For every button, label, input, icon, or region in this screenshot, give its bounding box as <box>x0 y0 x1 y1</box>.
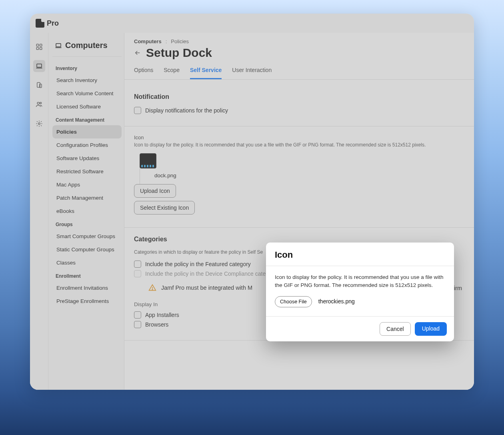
svg-point-11 <box>152 289 152 290</box>
svg-point-7 <box>37 102 39 104</box>
display-in-app-installers-checkbox[interactable] <box>134 311 141 319</box>
svg-rect-3 <box>40 48 42 50</box>
breadcrumb-leaf[interactable]: Policies <box>171 38 189 44</box>
display-in-browsers-row[interactable]: Browsers <box>134 321 287 328</box>
tab-options[interactable]: Options <box>134 67 153 79</box>
upload-icon-modal: Icon Icon to display for the policy. It … <box>266 243 454 341</box>
tabs: Options Scope Self Service User Interact… <box>124 60 474 80</box>
laptop-icon <box>55 42 62 49</box>
sidebar-item-licensed-software[interactable]: Licensed Software <box>52 100 122 113</box>
dashboard-icon <box>36 43 43 50</box>
rail-users[interactable] <box>33 98 45 110</box>
rail-settings[interactable] <box>33 118 45 130</box>
display-in-label: Display In <box>134 301 287 307</box>
upload-button[interactable]: Upload <box>415 322 447 336</box>
breadcrumb-sep: : <box>166 38 167 44</box>
display-in-app-installers-row[interactable]: App Installers <box>134 311 287 319</box>
sidebar-title: Computers <box>52 38 122 57</box>
page-title: Setup Dock <box>146 46 212 60</box>
sidebar-item-search-volume-content[interactable]: Search Volume Content <box>52 87 122 100</box>
sidebar-item-restricted-software[interactable]: Restricted Software <box>52 165 122 178</box>
display-in-column: Display In App Installers Browsers <box>134 299 287 331</box>
icon-heading: Icon <box>134 134 464 140</box>
icon-filename: dock.png <box>140 168 464 184</box>
sidebar-item-prestage-enrollments[interactable]: PreStage Enrollments <box>52 295 122 308</box>
compliance-checkbox-label: Include the policy in the Device Complia… <box>145 271 266 277</box>
svg-rect-2 <box>36 48 38 50</box>
notification-checkbox-label: Display notifications for the policy <box>145 107 228 114</box>
rail-devices[interactable] <box>33 79 45 91</box>
file-picker-row: Choose File therockies.png <box>275 296 445 308</box>
app-window: Pro Computers <box>30 14 474 390</box>
nav-iconrail <box>30 33 48 390</box>
gear-icon <box>36 120 43 127</box>
modal-header: Icon <box>266 243 454 266</box>
svg-point-9 <box>38 123 40 125</box>
svg-rect-1 <box>40 44 42 46</box>
icon-preview-thumbnail <box>140 153 156 168</box>
display-in-browsers-checkbox[interactable] <box>134 321 141 328</box>
icon-helper: Icon to display for the policy. It is re… <box>134 142 446 148</box>
chosen-filename: therockies.png <box>318 297 355 306</box>
devices-icon <box>36 82 43 89</box>
tab-self-service[interactable]: Self Service <box>190 67 222 79</box>
brand-mark-icon <box>36 19 44 28</box>
notification-heading: Notification <box>134 93 464 100</box>
sidebar-item-policies[interactable]: Policies <box>52 125 122 138</box>
sidebar: Computers Inventory Search Inventory Sea… <box>48 33 124 390</box>
back-button[interactable] <box>134 49 141 56</box>
sidebar-section-enrollment: Enrollment <box>52 269 122 281</box>
page-title-row: Setup Dock <box>134 46 464 60</box>
notification-checkbox[interactable] <box>134 107 141 114</box>
sidebar-section-groups: Groups <box>52 218 122 230</box>
arrow-left-icon <box>134 49 141 56</box>
svg-rect-10 <box>56 43 61 46</box>
featured-checkbox[interactable] <box>134 261 141 268</box>
sidebar-item-search-inventory[interactable]: Search Inventory <box>52 74 122 87</box>
notification-checkbox-row[interactable]: Display notifications for the policy <box>134 107 464 114</box>
sidebar-item-smart-computer-groups[interactable]: Smart Computer Groups <box>52 230 122 243</box>
main-header: Computers : Policies Setup Dock <box>124 33 474 60</box>
modal-description: Icon to display for the policy. It is re… <box>275 273 445 290</box>
compliance-checkbox <box>134 270 141 277</box>
sidebar-item-enrollment-invitations[interactable]: Enrollment Invitations <box>52 281 122 295</box>
rail-dashboard[interactable] <box>33 41 45 53</box>
sidebar-section-content-management: Content Management <box>52 113 122 125</box>
users-icon <box>36 101 43 108</box>
choose-file-button[interactable]: Choose File <box>275 296 312 308</box>
svg-point-8 <box>40 102 41 104</box>
laptop-icon <box>36 62 43 70</box>
categories-heading: Categories <box>134 236 464 243</box>
rail-computers[interactable] <box>33 60 45 72</box>
modal-body: Icon to display for the policy. It is re… <box>266 266 454 316</box>
sidebar-item-classes[interactable]: Classes <box>52 256 122 269</box>
integration-warning-text: Jamf Pro must be integrated with M <box>161 285 252 291</box>
upload-icon-button[interactable]: Upload Icon <box>134 184 176 198</box>
svg-rect-4 <box>37 64 42 67</box>
topbar: Pro <box>30 14 474 33</box>
content-scroll[interactable]: Notification Display notifications for t… <box>124 80 474 390</box>
display-in-app-installers-label: App Installers <box>145 312 179 318</box>
display-in-browsers-label: Browsers <box>145 321 168 328</box>
tab-scope[interactable]: Scope <box>164 67 180 79</box>
sidebar-section-inventory: Inventory <box>52 62 122 74</box>
sidebar-title-text: Computers <box>65 41 108 50</box>
select-existing-icon-button[interactable]: Select Existing Icon <box>134 201 195 214</box>
modal-title: Icon <box>275 250 445 260</box>
brand-product-name: Pro <box>47 19 59 28</box>
svg-rect-0 <box>36 44 38 46</box>
breadcrumb: Computers : Policies <box>134 38 464 44</box>
brand-logo: Pro <box>36 19 59 28</box>
modal-footer: Cancel Upload <box>266 316 454 341</box>
featured-checkbox-label: Include the policy in the Featured categ… <box>145 261 251 267</box>
warning-icon <box>148 284 156 292</box>
sidebar-item-static-computer-groups[interactable]: Static Computer Groups <box>52 243 122 256</box>
breadcrumb-root[interactable]: Computers <box>134 38 162 44</box>
sidebar-item-software-updates[interactable]: Software Updates <box>52 152 122 165</box>
sidebar-item-mac-apps[interactable]: Mac Apps <box>52 178 122 191</box>
sidebar-item-ebooks[interactable]: eBooks <box>52 204 122 218</box>
cancel-button[interactable]: Cancel <box>380 322 411 336</box>
tab-user-interaction[interactable]: User Interaction <box>232 67 272 79</box>
sidebar-item-patch-management[interactable]: Patch Management <box>52 191 122 204</box>
sidebar-item-configuration-profiles[interactable]: Configuration Profiles <box>52 138 122 152</box>
